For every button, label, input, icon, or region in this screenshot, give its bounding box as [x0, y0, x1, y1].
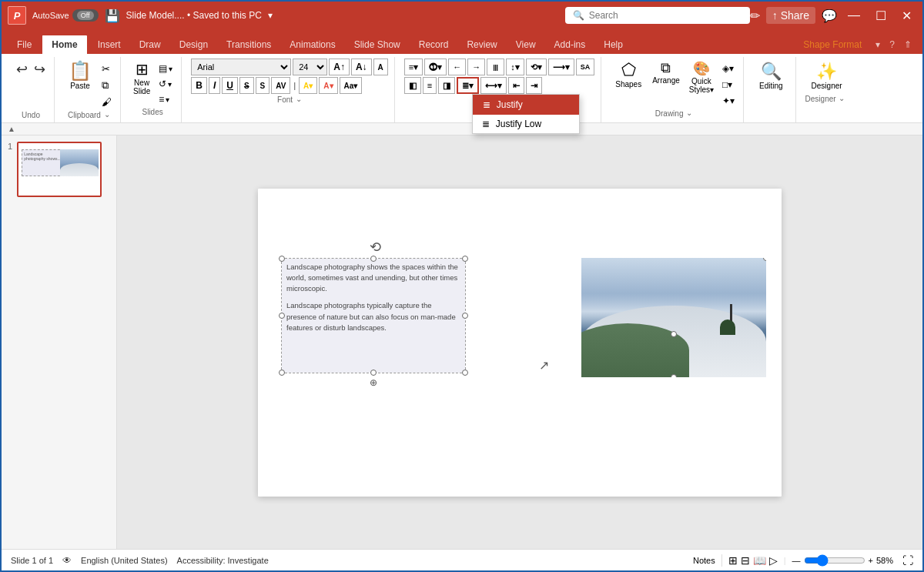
font-name-select[interactable]: Arial — [191, 59, 291, 75]
text-direction-button[interactable]: ⟲▾ — [526, 59, 547, 75]
expand-text-icon[interactable]: ⊕ — [370, 377, 377, 388]
comments-icon[interactable]: 💬 — [822, 8, 837, 23]
minimize-button[interactable]: — — [843, 8, 865, 22]
help-icon[interactable]: ? — [885, 35, 899, 54]
font-color-button[interactable]: A▾ — [319, 77, 337, 94]
copy-button[interactable]: ⧉ — [99, 78, 114, 93]
filename-dropdown[interactable]: ▾ — [268, 10, 273, 21]
char-spacing-button[interactable]: AV — [271, 77, 290, 94]
share-button[interactable]: ⇑ — [899, 35, 916, 54]
align-center-button[interactable]: ≡ — [423, 77, 437, 94]
view-slide-sorter-icon[interactable]: ⊟ — [741, 554, 750, 567]
shape-effects-button[interactable]: ✦▾ — [720, 94, 737, 108]
line-spacing-button[interactable]: ↕▾ — [506, 59, 524, 75]
cut-button[interactable]: ✂ — [99, 62, 114, 76]
tab-file[interactable]: File — [8, 35, 41, 54]
share-icon[interactable]: ↑ Share — [766, 7, 815, 24]
handle-ml[interactable] — [279, 313, 285, 319]
align-right-button[interactable]: ◨ — [438, 77, 455, 94]
justify-low-option[interactable]: ≣ Justify Low — [473, 115, 579, 133]
font-size-select[interactable]: 24 — [293, 59, 327, 75]
photo-handle-mid[interactable] — [671, 331, 677, 337]
shadow-button[interactable]: S — [256, 77, 270, 94]
tab-insert[interactable]: Insert — [89, 35, 130, 54]
reset-button[interactable]: ↺ ▾ — [156, 77, 175, 91]
view-slideshow-icon[interactable]: ▷ — [769, 554, 778, 567]
bold-button[interactable]: B — [191, 77, 207, 94]
fit-window-icon[interactable]: ⛶ — [902, 554, 913, 567]
designer-expand-icon[interactable]: ⌄ — [839, 94, 845, 102]
view-reading-icon[interactable]: 📖 — [753, 554, 766, 567]
tab-design[interactable]: Design — [170, 35, 217, 54]
tab-draw[interactable]: Draw — [130, 35, 170, 54]
rotate-handle[interactable]: ⟲ — [370, 239, 381, 256]
layout-button[interactable]: ▤ ▾ — [156, 62, 175, 75]
paste-button[interactable]: 📋 Paste — [64, 59, 96, 92]
smartart-button[interactable]: SA — [576, 59, 595, 75]
tab-record[interactable]: Record — [410, 35, 458, 54]
ribbon-collapse-icon[interactable]: ▾ — [871, 35, 885, 54]
tab-transitions[interactable]: Transitions — [217, 35, 280, 54]
zoom-out-icon[interactable]: — — [792, 556, 801, 565]
tab-slideshow[interactable]: Slide Show — [345, 35, 410, 54]
clear-format-button[interactable]: A — [373, 59, 388, 75]
text-spacing-button[interactable]: ⟷▾ — [480, 77, 507, 94]
tab-shapeformat[interactable]: Shape Format — [794, 35, 871, 54]
restore-button[interactable]: ☐ — [871, 8, 891, 23]
bullets-button[interactable]: ≡▾ — [404, 59, 423, 75]
italic-button[interactable]: I — [209, 77, 220, 94]
case-button[interactable]: Aa▾ — [340, 77, 363, 94]
strikethrough-button[interactable]: S — [239, 77, 254, 94]
handle-tl[interactable] — [279, 256, 285, 262]
collapse-arrow[interactable]: ▲ — [8, 125, 15, 133]
rtl-button[interactable]: ⇤ — [508, 77, 524, 94]
ltr-button[interactable]: ⇥ — [526, 77, 542, 94]
columns-button[interactable]: ⫼ — [487, 59, 504, 75]
highlight-button[interactable]: A▾ — [299, 77, 317, 94]
decrease-font-button[interactable]: A↓ — [351, 59, 372, 75]
close-button[interactable]: ✕ — [897, 8, 916, 23]
tab-animations[interactable]: Animations — [280, 35, 344, 54]
font-expand-icon[interactable]: ⌄ — [296, 95, 302, 103]
search-input[interactable] — [589, 10, 742, 21]
view-normal-icon[interactable]: ⊞ — [728, 554, 738, 567]
undo-button[interactable]: ↩ — [14, 59, 30, 80]
handle-tm[interactable] — [370, 256, 377, 262]
align-left-button[interactable]: ◧ — [404, 77, 421, 94]
format-painter-button[interactable]: 🖌 — [99, 95, 114, 109]
accessibility-check[interactable]: Accessibility: Investigate — [177, 556, 269, 565]
shape-fill-button[interactable]: ◈▾ — [720, 62, 737, 75]
language[interactable]: English (United States) — [81, 556, 168, 565]
drawing-expand-icon[interactable]: ⌄ — [686, 109, 692, 117]
numbering-button[interactable]: ⓵▾ — [424, 59, 447, 75]
justify-button[interactable]: ≣▾ — [457, 77, 479, 94]
handle-bm[interactable] — [370, 370, 377, 376]
handle-tr[interactable] — [462, 256, 468, 262]
text-box[interactable]: ⊕ Landscape photography shows the spaces… — [281, 258, 466, 373]
clipboard-expand-icon[interactable]: ⌄ — [104, 110, 110, 119]
shape-outline-button[interactable]: □▾ — [720, 78, 737, 92]
align-text-button[interactable]: ⟶▾ — [548, 59, 574, 75]
tab-view[interactable]: View — [507, 35, 545, 54]
new-slide-button[interactable]: ⊞ New Slide — [130, 59, 153, 97]
photo-handle-bm[interactable] — [671, 374, 677, 377]
handle-mr[interactable] — [462, 313, 468, 319]
zoom-level[interactable]: 58% — [876, 556, 899, 565]
photo-handle-tr[interactable] — [763, 258, 766, 261]
slide-thumbnail[interactable]: Landscape photography shows... — [17, 142, 102, 197]
tab-help[interactable]: Help — [594, 35, 632, 54]
quick-styles-button[interactable]: 🎨 Quick Styles▾ — [686, 59, 717, 95]
redo-button[interactable]: ↪ — [32, 59, 48, 80]
tab-addins[interactable]: Add-ins — [545, 35, 595, 54]
indent-button[interactable]: → — [467, 59, 485, 75]
tab-home[interactable]: Home — [41, 34, 88, 54]
shapes-button[interactable]: ⬠ Shapes — [611, 59, 646, 90]
autosave-state[interactable]: Off — [77, 11, 94, 20]
section-button[interactable]: ≡ ▾ — [156, 92, 175, 106]
arrange-button[interactable]: ⧉ Arrange — [649, 59, 683, 86]
autosave-toggle[interactable]: Off — [72, 9, 99, 22]
tab-review[interactable]: Review — [457, 35, 506, 54]
handle-bl[interactable] — [279, 370, 285, 376]
outdent-button[interactable]: ← — [448, 59, 466, 75]
designer-button[interactable]: ✨ Designer — [805, 59, 849, 93]
